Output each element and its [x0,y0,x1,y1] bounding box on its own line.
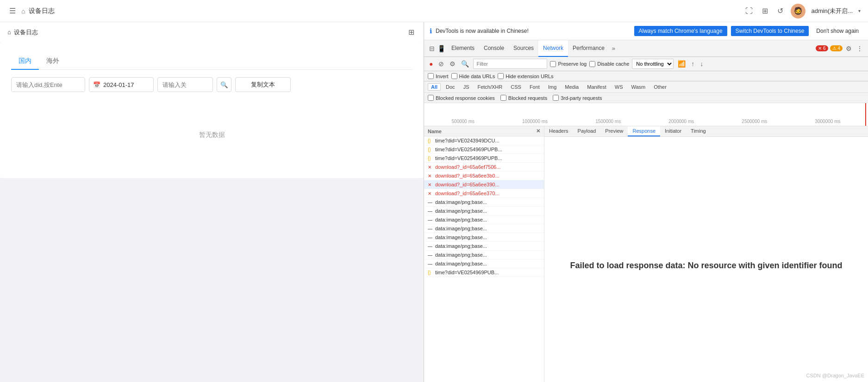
type-filter-js[interactable]: JS [460,83,473,91]
timeline-label: 2500000 ms [742,119,767,124]
hamburger-button[interactable]: ☰ [7,5,18,17]
type-filter-img[interactable]: Img [545,83,560,91]
request-name: time?did=VE0254969PUB... [435,270,499,275]
disable-cache-checkbox[interactable] [589,61,595,67]
request-name: data:image/png;base... [435,226,487,231]
blocked-cookies-label[interactable]: Blocked response cookies [428,95,495,101]
type-filter-manifest[interactable]: Manifest [584,83,610,91]
blocked-cookies-checkbox[interactable] [428,95,434,101]
copy-text-button[interactable]: 复制文本 [235,77,291,92]
request-item[interactable]: ✕download?_id=65a6ee390... [424,180,544,189]
type-filter-other[interactable]: Other [650,83,670,91]
grid-layout-button[interactable]: ⊞ [406,26,416,38]
request-item[interactable]: ✕download?_id=65a6ee370... [424,189,544,198]
disable-cache-label[interactable]: Disable cache [589,61,629,67]
hide-data-urls-checkbox[interactable] [451,73,457,79]
preserve-log-label[interactable]: Preserve log [550,61,587,67]
request-item[interactable]: ✕download?_id=65a6ef7506... [424,163,544,172]
type-filter-ws[interactable]: WS [612,83,626,91]
hide-extension-urls-label[interactable]: Hide extension URLs [498,73,553,79]
breadcrumb: ⌂ 设备日志 ⊞ [0,22,424,42]
tab-network[interactable]: Network [538,40,568,57]
type-filter-media[interactable]: Media [562,83,582,91]
match-language-button[interactable]: Always match Chrome's language [634,26,727,36]
request-item[interactable]: —data:image/png;base... [424,216,544,224]
record-button[interactable]: ● [428,59,434,69]
type-filter-all[interactable]: All [428,83,441,91]
blocked-requests-checkbox[interactable] [500,95,506,101]
user-name[interactable]: admin(未开启... [811,7,853,15]
request-item[interactable]: —data:image/png;base... [424,198,544,207]
signal-icon[interactable]: 📶 [676,59,687,69]
clear-button[interactable]: ⊘ [437,59,445,69]
request-item[interactable]: {}time?did=VE0254969PUPB... [424,154,544,163]
notification-text: DevTools is now available in Chinese! [436,28,631,34]
third-party-checkbox[interactable] [553,95,559,101]
tab-overseas[interactable]: 海外 [39,53,67,70]
grid-view-button[interactable]: ⊞ [760,5,770,17]
main-card: 国内 海外 📅 🔍 复制文本 暂无数据 [0,42,424,178]
keyword-input[interactable] [157,77,213,92]
request-name: time?did=VE0243949DCU... [435,138,500,143]
request-item[interactable]: ✕download?_id=65a6ee3b0... [424,172,544,180]
request-item[interactable]: —data:image/png;base... [424,224,544,233]
type-filter-doc[interactable]: Doc [443,83,458,91]
response-tab-preview[interactable]: Preview [600,126,628,136]
response-tab-initiator[interactable]: Initiator [660,126,686,136]
dash-icon: — [428,235,433,240]
third-party-label[interactable]: 3rd-party requests [553,95,602,101]
more-tabs-button[interactable]: » [609,40,618,57]
refresh-button[interactable]: ↺ [775,5,785,17]
type-filter-wasm[interactable]: Wasm [628,83,649,91]
invert-checkbox[interactable] [428,73,434,79]
response-tab-payload[interactable]: Payload [573,126,601,136]
filter-toggle-button[interactable]: ⚙ [448,59,457,69]
request-item[interactable]: —data:image/png;base... [424,259,544,268]
checkbox-filter-bar: Blocked response cookies Blocked request… [424,93,868,103]
request-item[interactable]: {}time?did=VE0254969PUPB... [424,145,544,154]
dont-show-button[interactable]: Don't show again [812,26,862,36]
devtools-device-button[interactable]: 📱 [436,43,447,54]
throttle-select[interactable]: No throttling [632,59,674,69]
user-dropdown-arrow[interactable]: ▾ [858,8,861,13]
request-item[interactable]: {}time?did=VE0243949DCU... [424,136,544,145]
preserve-log-checkbox[interactable] [550,61,556,67]
request-item[interactable]: —data:image/png;base... [424,242,544,251]
type-filter-fetch/xhr[interactable]: Fetch/XHR [474,83,506,91]
request-item[interactable]: {}time?did=VE0254969PUB... [424,268,544,277]
devtools-dock-button[interactable]: ⊟ [428,43,436,54]
response-tab-timing[interactable]: Timing [686,126,711,136]
upload-icon[interactable]: ↑ [690,59,696,69]
response-tab-headers[interactable]: Headers [544,126,573,136]
hide-extension-urls-checkbox[interactable] [498,73,504,79]
js-icon: {} [428,156,433,161]
blocked-requests-label[interactable]: Blocked requests [500,95,547,101]
search-button[interactable]: 🔍 [217,77,231,92]
close-panel-button[interactable]: ✕ [536,128,540,134]
fullscreen-button[interactable]: ⛶ [743,5,755,17]
timeline-label: 500000 ms [452,119,475,124]
type-filter-font[interactable]: Font [526,83,543,91]
download-icon[interactable]: ↓ [699,59,705,69]
network-filter-input[interactable] [473,59,547,69]
request-item[interactable]: —data:image/png;base... [424,207,544,216]
tab-sources[interactable]: Sources [509,40,538,57]
timeline-bar: 500000 ms1000000 ms1500000 ms2000000 ms2… [424,103,868,126]
hide-data-urls-label[interactable]: Hide data URLs [451,73,495,79]
request-item[interactable]: —data:image/png;base... [424,233,544,242]
request-item[interactable]: —data:image/png;base... [424,251,544,259]
did-input[interactable] [11,77,85,92]
date-input[interactable] [103,81,150,88]
tab-console[interactable]: Console [479,40,509,57]
switch-chinese-button[interactable]: Switch DevTools to Chinese [731,26,809,36]
devtools-more-button[interactable]: ⋮ [855,43,864,54]
tab-elements[interactable]: Elements [447,40,479,57]
response-tab-response[interactable]: Response [628,126,660,136]
tab-performance[interactable]: Performance [568,40,609,57]
devtools-settings-button[interactable]: ⚙ [844,43,853,54]
invert-label[interactable]: Invert [428,73,449,79]
search-network-button[interactable]: 🔍 [460,59,470,69]
type-filter-css[interactable]: CSS [507,83,525,91]
tab-domestic[interactable]: 国内 [11,53,39,70]
request-name: download?_id=65a6ee390... [435,182,500,187]
